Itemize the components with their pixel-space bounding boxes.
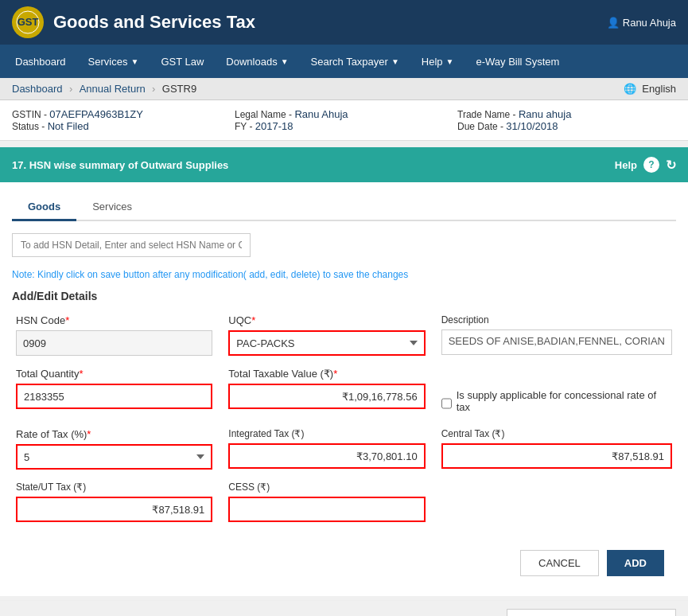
description-label: Description (441, 314, 672, 326)
services-caret: ▼ (130, 57, 138, 66)
uqc-field: UQC* PAC-PACKS NOS-NUMBERS KGS-KILOGRAMS (228, 314, 425, 356)
central-tax-field: Central Tax (₹) (441, 428, 672, 470)
total-taxable-label: Total Taxable Value (₹)* (228, 368, 425, 380)
concessional-checkbox[interactable] (441, 391, 452, 416)
trade-name-info: Trade Name - Ranu ahuja (457, 108, 676, 120)
button-row: CANCEL ADD (12, 542, 676, 584)
due-date-info: Due Date - 31/10/2018 (457, 120, 676, 132)
nav-services[interactable]: Services ▼ (77, 45, 150, 78)
downloads-caret: ▼ (281, 57, 289, 66)
tab-goods[interactable]: Goods (12, 194, 76, 221)
username: Ranu Ahuja (623, 17, 676, 29)
globe-icon: 🌐 (624, 83, 636, 95)
nav-dashboard[interactable]: Dashboard (4, 45, 77, 78)
nav-search-taxpayer[interactable]: Search Taxpayer ▼ (300, 45, 410, 78)
cancel-button[interactable]: CANCEL (520, 550, 599, 576)
cess-label: CESS (₹) (228, 481, 425, 493)
nav-help[interactable]: Help ▼ (410, 45, 465, 78)
breadcrumb: Dashboard › Annual Return › GSTR9 (12, 83, 196, 95)
rate-of-tax-field: Rate of Tax (%)* 5 12 18 28 (16, 428, 212, 470)
top-header: GST Goods and Services Tax 👤 Ranu Ahuja (0, 0, 688, 45)
search-taxpayer-caret: ▼ (391, 57, 399, 66)
total-qty-input[interactable] (16, 384, 212, 409)
note-text: Note: Kindly click on save button after … (12, 269, 676, 280)
total-qty-label: Total Quantity* (16, 368, 212, 380)
hsn-code-field: HSN Code* (16, 314, 212, 356)
state-ut-tax-label: State/UT Tax (₹) (16, 481, 212, 493)
nav-eway[interactable]: e-Way Bill System (464, 45, 570, 78)
breadcrumb-bar: Dashboard › Annual Return › GSTR9 🌐 Engl… (0, 78, 688, 100)
nav-downloads[interactable]: Downloads ▼ (215, 45, 299, 78)
help-icon[interactable]: ? (643, 157, 659, 173)
section-header-right: Help ? ↻ (615, 157, 676, 173)
main-content: Goods Services Note: Kindly click on sav… (0, 182, 688, 596)
total-taxable-field: Total Taxable Value (₹)* (228, 368, 425, 416)
uqc-label: UQC* (228, 314, 425, 326)
tabs: Goods Services (12, 194, 676, 221)
description-field: Description SEEDS OF ANISE,BADIAN,FENNEL… (441, 314, 672, 356)
integrated-tax-input[interactable] (228, 443, 425, 469)
rate-of-tax-select[interactable]: 5 12 18 28 (16, 444, 212, 470)
user-info: 👤 Ranu Ahuja (607, 17, 676, 29)
app-title: Goods and Services Tax (53, 12, 607, 33)
nav-gst-law[interactable]: GST Law (150, 45, 215, 78)
help-caret: ▼ (446, 57, 454, 66)
cess-field: CESS (₹) (228, 481, 425, 522)
breadcrumb-dashboard[interactable]: Dashboard (12, 83, 63, 95)
back-row: BACK TO GSTR-9 DASHBOARD (0, 600, 688, 616)
breadcrumb-annual-return[interactable]: Annual Return (80, 83, 146, 95)
integrated-tax-field: Integrated Tax (₹) (228, 428, 425, 470)
total-taxable-input[interactable] (228, 384, 425, 409)
tab-services[interactable]: Services (76, 194, 148, 221)
hsn-code-label: HSN Code* (16, 314, 212, 326)
integrated-tax-label: Integrated Tax (₹) (228, 428, 425, 439)
breadcrumb-current: GSTR9 (162, 83, 196, 95)
help-label: Help (615, 159, 637, 171)
fy-info: FY - 2017-18 (235, 120, 453, 132)
refresh-icon[interactable]: ↻ (666, 158, 676, 173)
central-tax-label: Central Tax (₹) (441, 428, 672, 439)
total-qty-field: Total Quantity* (16, 368, 212, 416)
add-button[interactable]: ADD (607, 550, 664, 576)
cess-input[interactable] (228, 497, 425, 522)
concessional-field: _ Is supply applicable for concessional … (441, 368, 672, 416)
rate-of-tax-label: Rate of Tax (%)* (16, 428, 212, 440)
description-value: SEEDS OF ANISE,BADIAN,FENNEL, CORIAN (441, 329, 672, 355)
section-title: 17. HSN wise summary of Outward Supplies (12, 159, 228, 171)
hsn-search-input[interactable] (12, 233, 251, 257)
status-info: Status - Not Filed (12, 120, 231, 132)
gstin-info: GSTIN - 07AEFPA4963B1ZY (12, 108, 231, 120)
language-selector[interactable]: 🌐 English (624, 83, 676, 95)
app-logo: GST (12, 6, 44, 38)
add-edit-label: Add/Edit Details (12, 290, 676, 302)
info-bar: GSTIN - 07AEFPA4963B1ZY Status - Not Fil… (0, 100, 688, 141)
hsn-code-input[interactable] (16, 330, 212, 356)
nav-bar: Dashboard Services ▼ GST Law Downloads ▼… (0, 45, 688, 78)
legal-name-info: Legal Name - Ranu Ahuja (235, 108, 453, 120)
state-ut-tax-field: State/UT Tax (₹) (16, 481, 212, 522)
back-to-dashboard-button[interactable]: BACK TO GSTR-9 DASHBOARD (507, 609, 676, 616)
section-header: 17. HSN wise summary of Outward Supplies… (0, 147, 688, 182)
state-ut-tax-input[interactable] (16, 497, 212, 522)
svg-text:GST: GST (17, 16, 39, 28)
concessional-label: Is supply applicable for concessional ra… (441, 383, 672, 416)
form-grid: HSN Code* UQC* PAC-PACKS NOS-NUMBERS KGS… (12, 314, 676, 522)
central-tax-input[interactable] (441, 443, 672, 469)
uqc-select[interactable]: PAC-PACKS NOS-NUMBERS KGS-KILOGRAMS (228, 330, 425, 356)
